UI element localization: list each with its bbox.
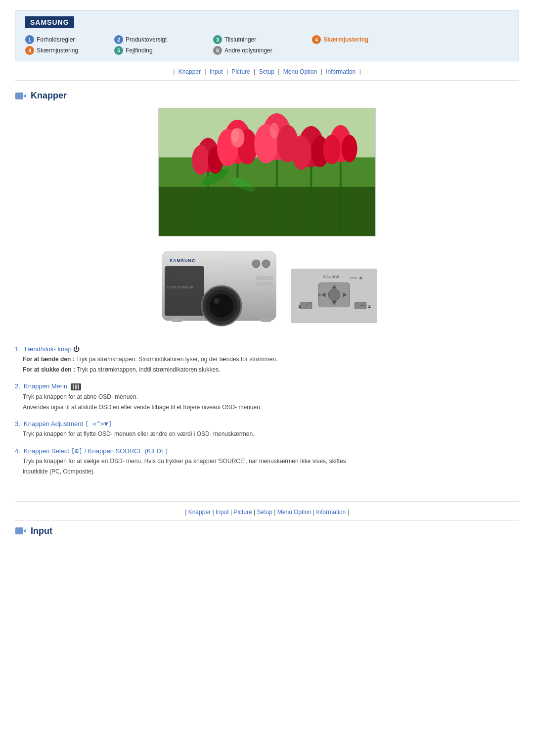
list-item-title-2: 2. Knappen Menu: [15, 382, 519, 390]
nav-label-4: Skærmjustering: [323, 36, 368, 43]
button-diagram: SOURCE 4 3: [291, 269, 377, 323]
nav-item-2[interactable]: 2 Produktoversigt: [114, 35, 213, 44]
svg-rect-43: [256, 282, 273, 286]
power-icon: ⏻: [73, 345, 80, 353]
nav-label-4b: Skærmjustering: [37, 47, 78, 54]
svg-rect-42: [256, 276, 273, 280]
breadcrumb-knapper[interactable]: Knapper: [178, 68, 201, 75]
top-navigation: SAMSUNG 1 Forholdsregler 2 Produktoversi…: [15, 10, 519, 61]
nav-badge-4: 4: [312, 35, 321, 44]
nav-item-1[interactable]: 1 Forholdsregler: [25, 35, 114, 44]
content-list: 1. Tænd/sluk- knap ⏻ For at tænde den : …: [15, 345, 519, 476]
svg-point-40: [252, 260, 260, 268]
breadcrumb-top: | Knapper | Input | Picture | Setup | Me…: [15, 61, 519, 81]
breadcrumb-information[interactable]: Information: [326, 68, 356, 75]
nav-item-4-sub[interactable]: 4 Skærmjustering: [25, 46, 114, 55]
nav-item-3[interactable]: 3 Tilslutninger: [213, 35, 312, 44]
bottom-separator-start: |: [185, 509, 186, 516]
svg-text:SOURCE: SOURCE: [323, 275, 340, 279]
section-title-knapper: Knapper: [31, 91, 67, 101]
bottom-breadcrumb-picture[interactable]: Picture: [233, 509, 252, 516]
nav-label-5: Fejlfinding: [126, 47, 153, 54]
item-2-line-1: Tryk pa knappen for at abne OSD- menuen.: [23, 392, 519, 402]
main-content: Knapper: [15, 81, 519, 491]
svg-point-30: [270, 123, 279, 139]
nav-badge-4b: 4: [25, 46, 34, 55]
svg-rect-34: [165, 266, 204, 316]
list-item-body-4: Tryk pa knappen for at vælge en OSD- men…: [15, 457, 519, 476]
svg-point-27: [342, 135, 357, 163]
breadcrumb-picture[interactable]: Picture: [231, 68, 250, 75]
svg-point-29: [231, 129, 239, 142]
svg-text:SAMSUNG: SAMSUNG: [170, 258, 196, 263]
item-num-2: 2.: [15, 382, 22, 390]
bottom-breadcrumb-menu-option[interactable]: Menu Option: [277, 509, 312, 516]
nav-item-4-main[interactable]: 4 Skærmjustering: [312, 35, 411, 44]
list-item-body-1: For at tænde den : Tryk pa strømknappen.…: [15, 355, 519, 375]
nav-badge-1: 1: [25, 35, 34, 44]
list-item-2: 2. Knappen Menu Tryk pa knappen for at a…: [15, 382, 519, 412]
item-4-line-1: Tryk pa knappen for at vælge en OSD- men…: [23, 457, 519, 466]
list-item-3: 3. Knappen Adjustment [ <^>▼] Tryk pa kn…: [15, 420, 519, 439]
list-item-4: 4. Knappen Select [⊞] / Knappen SOURCE (…: [15, 447, 519, 476]
svg-point-39: [214, 298, 220, 304]
samsung-logo: SAMSUNG: [25, 16, 74, 28]
breadcrumb-bottom: | Knapper | Input | Picture | Setup | Me…: [15, 501, 519, 521]
section-icon-knapper: [15, 91, 27, 101]
item-num-3: 3.: [15, 420, 22, 427]
list-item-body-2: Tryk pa knappen for at abne OSD- menuen.…: [15, 392, 519, 412]
list-item-title-4: 4. Knappen Select [⊞] / Knappen SOURCE (…: [15, 447, 519, 455]
list-item-title-1: 1. Tænd/sluk- knap ⏻: [15, 345, 519, 353]
nav-badge-2: 2: [114, 35, 123, 44]
images-container: SAMSUNG POWER MAKER: [143, 108, 391, 335]
svg-point-41: [262, 260, 270, 268]
breadcrumb-input[interactable]: Input: [210, 68, 223, 75]
svg-text:4: 4: [359, 276, 362, 281]
svg-rect-28: [159, 187, 375, 236]
list-item-1: 1. Tænd/sluk- knap ⏻ For at tænde den : …: [15, 345, 519, 375]
svg-marker-1: [23, 94, 26, 98]
input-section: Input: [15, 526, 519, 536]
list-item-title-3: 3. Knappen Adjustment [ <^>▼]: [15, 420, 519, 427]
bottom-breadcrumb-input[interactable]: Input: [216, 509, 229, 516]
tulip-image: [158, 108, 376, 236]
bottom-breadcrumb-knapper[interactable]: Knapper: [188, 509, 211, 516]
breadcrumb-setup[interactable]: Setup: [259, 68, 274, 75]
svg-rect-45: [261, 318, 271, 322]
nav-label-3: Tilslutninger: [224, 36, 256, 43]
section-icon-input: [15, 526, 27, 536]
svg-rect-63: [15, 527, 23, 534]
breadcrumb-separator: |: [173, 68, 175, 75]
item-1-line-1: For at tænde den : Tryk pa strømknappen.…: [23, 355, 519, 364]
projector-row: SAMSUNG POWER MAKER: [157, 236, 377, 335]
adjustment-bracket: [ <^>▼]: [85, 420, 112, 427]
nav-item-5[interactable]: 5 Fejlfinding: [114, 46, 213, 55]
bottom-breadcrumb-setup[interactable]: Setup: [257, 509, 272, 516]
item-label-4: Knappen Select: [24, 447, 69, 455]
item-label-2: Knappen Menu: [24, 382, 67, 390]
projector-image: SAMSUNG POWER MAKER: [157, 236, 286, 335]
bottom-breadcrumb-information[interactable]: Information: [316, 509, 346, 516]
item-num-4: 4.: [15, 447, 22, 455]
breadcrumb-menu-option[interactable]: Menu Option: [283, 68, 317, 75]
item-num-1: 1.: [15, 345, 22, 353]
svg-rect-0: [15, 93, 23, 99]
nav-badge-5: 5: [114, 46, 123, 55]
nav-label-6: Andre oplysninger: [224, 47, 272, 54]
nav-badge-6: 6: [213, 46, 222, 55]
section-title-input: Input: [31, 526, 52, 536]
svg-point-38: [210, 294, 233, 318]
menu-icon: [71, 383, 81, 390]
svg-marker-64: [23, 529, 26, 533]
svg-point-13: [192, 145, 210, 175]
item-3-line-1: Tryk pa knappen for at flytte OSD- menue…: [23, 429, 519, 439]
nav-item-6[interactable]: 6 Andre oplysninger: [213, 46, 312, 55]
section-input-header: Input: [15, 526, 519, 536]
nav-label-1: Forholdsregler: [37, 36, 75, 43]
nav-grid: 1 Forholdsregler 2 Produktoversigt 3 Til…: [25, 35, 509, 55]
section-knapper-header: Knapper: [15, 91, 519, 101]
nav-badge-3: 3: [213, 35, 222, 44]
item-label-1: Tænd/sluk- knap: [24, 345, 72, 353]
nav-label-2: Produktoversigt: [126, 36, 167, 43]
svg-point-50: [328, 289, 340, 301]
